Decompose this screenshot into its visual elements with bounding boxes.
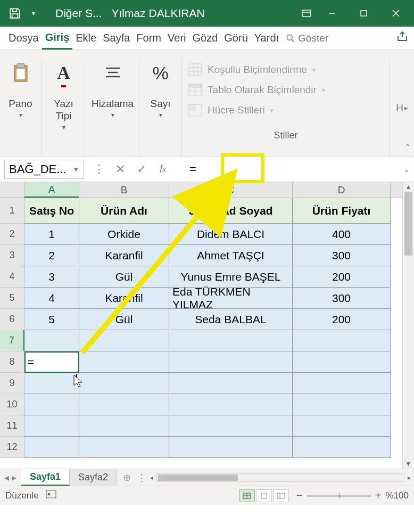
cell[interactable]: Gül bbox=[79, 309, 169, 330]
cell-styles-button[interactable]: Hücre Stilleri▾ bbox=[188, 100, 383, 120]
view-pagelayout-button[interactable] bbox=[256, 489, 272, 502]
sheet-more-button[interactable]: ⋮ bbox=[136, 472, 147, 484]
cell[interactable] bbox=[293, 437, 391, 458]
cell[interactable]: Yunus Emre BAŞEL bbox=[169, 266, 293, 288]
cell[interactable]: 1 bbox=[24, 224, 79, 245]
conditional-formatting-button[interactable]: Koşullu Biçimlendirme▾ bbox=[188, 60, 383, 80]
row-header[interactable]: 7 bbox=[0, 330, 24, 351]
cell[interactable]: Gül bbox=[79, 266, 169, 288]
scroll-up-button[interactable]: ▲ bbox=[403, 182, 414, 192]
expand-formula-bar-button[interactable]: ⌄ bbox=[403, 165, 414, 174]
cell[interactable]: Eda TÜRKMEN YILMAZ bbox=[169, 288, 293, 309]
view-pagebreak-button[interactable] bbox=[273, 489, 289, 502]
zoom-slider[interactable] bbox=[307, 495, 371, 497]
alignment-dropdown[interactable]: ▾ bbox=[111, 111, 114, 119]
row-header[interactable]: 11 bbox=[0, 415, 24, 437]
enter-formula-button[interactable]: ✓ bbox=[131, 160, 152, 179]
cell[interactable]: Ürün Fiyatı bbox=[293, 198, 391, 224]
cell[interactable]: Orkide bbox=[79, 224, 169, 245]
zoom-in-button[interactable]: + bbox=[375, 489, 382, 502]
row-header[interactable]: 3 bbox=[0, 245, 24, 266]
cell[interactable]: 400 bbox=[293, 224, 391, 245]
cell[interactable]: 2 bbox=[24, 245, 79, 266]
hscroll-thumb[interactable] bbox=[158, 474, 238, 481]
worksheet-grid[interactable]: A B C D 1 Satış No Ürün Adı Satıcı Ad So… bbox=[0, 182, 414, 469]
row-header[interactable]: 4 bbox=[0, 266, 24, 288]
sheet-tab-1[interactable]: Sayfa1 bbox=[21, 469, 70, 486]
cell[interactable]: 3 bbox=[24, 266, 79, 288]
tab-review[interactable]: Gözd bbox=[189, 27, 221, 50]
tell-me-search[interactable]: Göster bbox=[285, 32, 328, 44]
cell[interactable] bbox=[79, 394, 169, 415]
cell[interactable]: Seda BALBAL bbox=[169, 309, 293, 330]
row-header[interactable]: 9 bbox=[0, 373, 24, 394]
cell[interactable] bbox=[79, 373, 169, 394]
select-all-corner[interactable] bbox=[0, 182, 24, 198]
collapse-ribbon-button[interactable]: ˄ bbox=[405, 143, 410, 153]
cell[interactable] bbox=[24, 394, 79, 415]
font-dropdown[interactable]: ▾ bbox=[62, 124, 65, 131]
row-header[interactable]: 5 bbox=[0, 288, 24, 309]
cell[interactable] bbox=[169, 394, 293, 415]
cell[interactable] bbox=[293, 330, 391, 351]
row-header[interactable]: 10 bbox=[0, 394, 24, 415]
minimize-button[interactable] bbox=[316, 1, 348, 26]
clipboard-dropdown[interactable]: ▾ bbox=[19, 111, 22, 119]
formula-input[interactable] bbox=[173, 160, 403, 179]
zoom-level[interactable]: %100 bbox=[386, 490, 409, 501]
paste-button[interactable] bbox=[12, 60, 30, 86]
horizontal-scrollbar[interactable]: ◂ ▸ bbox=[147, 473, 414, 482]
cell[interactable]: Didem BALCI bbox=[169, 224, 293, 245]
view-normal-button[interactable] bbox=[239, 489, 255, 502]
number-button[interactable]: % bbox=[152, 60, 168, 86]
col-header-A[interactable]: A bbox=[24, 182, 79, 198]
cell[interactable] bbox=[79, 415, 169, 437]
name-box[interactable]: BAĞ_DE... ▼ bbox=[4, 160, 84, 179]
cell[interactable] bbox=[169, 373, 293, 394]
tab-help[interactable]: Yardı bbox=[251, 27, 282, 50]
cell[interactable] bbox=[169, 415, 293, 437]
cell[interactable] bbox=[293, 394, 391, 415]
font-button[interactable]: A bbox=[57, 60, 70, 86]
cell[interactable]: 5 bbox=[24, 309, 79, 330]
cell[interactable]: Satış No bbox=[24, 198, 79, 224]
cell[interactable]: Ürün Adı bbox=[79, 198, 169, 224]
format-as-table-button[interactable]: Tablo Olarak Biçimlendir▾ bbox=[188, 80, 383, 100]
sheet-tab-2[interactable]: Sayfa2 bbox=[70, 469, 117, 486]
cell[interactable] bbox=[24, 437, 79, 458]
tab-formulas[interactable]: Form bbox=[133, 27, 164, 50]
row-header[interactable]: 12 bbox=[0, 437, 24, 458]
vertical-scrollbar[interactable]: ▲ ▼ bbox=[402, 182, 414, 469]
cell[interactable]: Satıcı Ad Soyad bbox=[169, 198, 293, 224]
scroll-down-button[interactable]: ▼ bbox=[403, 459, 414, 469]
cell[interactable]: 4 bbox=[24, 288, 79, 309]
tab-file[interactable]: Dosya bbox=[5, 27, 42, 50]
cell[interactable]: 300 bbox=[293, 288, 391, 309]
share-button[interactable] bbox=[396, 31, 409, 46]
qat-dropdown[interactable]: ▾ bbox=[32, 10, 38, 17]
cell[interactable] bbox=[24, 351, 79, 373]
cell[interactable] bbox=[79, 437, 169, 458]
tab-home[interactable]: Giriş bbox=[42, 27, 73, 50]
number-dropdown[interactable]: ▾ bbox=[159, 111, 162, 119]
cell[interactable]: 200 bbox=[293, 309, 391, 330]
ribbon-options-button[interactable] bbox=[297, 10, 316, 17]
cell[interactable] bbox=[24, 415, 79, 437]
formula-more-button[interactable]: ⋮ bbox=[88, 160, 110, 179]
cell[interactable] bbox=[169, 351, 293, 373]
tab-insert[interactable]: Ekle bbox=[72, 27, 100, 50]
cell[interactable]: Ahmet TAŞÇI bbox=[169, 245, 293, 266]
sheet-nav[interactable]: ◂ ▸ bbox=[0, 472, 21, 484]
cell[interactable] bbox=[169, 437, 293, 458]
group-cells-overflow[interactable]: H▸ bbox=[390, 60, 414, 156]
zoom-out-button[interactable]: − bbox=[296, 489, 303, 502]
row-header[interactable]: 8 bbox=[0, 351, 24, 373]
row-header[interactable]: 6 bbox=[0, 309, 24, 330]
row-header[interactable]: 2 bbox=[0, 224, 24, 245]
cell[interactable] bbox=[169, 330, 293, 351]
cell[interactable] bbox=[24, 330, 79, 351]
cell[interactable] bbox=[79, 330, 169, 351]
alignment-button[interactable] bbox=[104, 60, 122, 86]
scroll-thumb[interactable] bbox=[404, 192, 412, 256]
cell[interactable] bbox=[24, 373, 79, 394]
